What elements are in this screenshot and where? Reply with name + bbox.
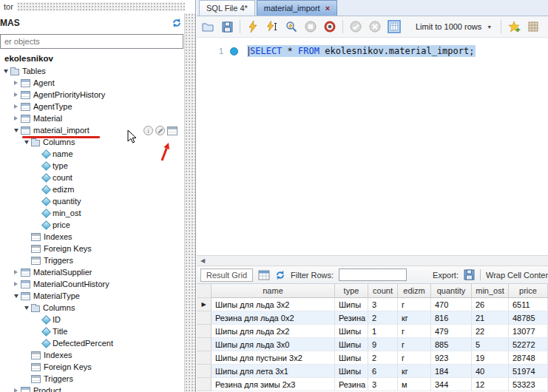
stop-query-button[interactable] — [302, 18, 319, 36]
cell-min-ost[interactable]: 22 — [472, 325, 509, 338]
tree-item-indexes[interactable]: Indexes — [0, 349, 183, 361]
tree-item-triggers[interactable]: Triggers — [0, 254, 183, 266]
tree-item-materialsupplier[interactable]: MaterialSupplier — [0, 266, 183, 278]
cell-edizm[interactable]: м — [398, 378, 431, 391]
column-header-type[interactable]: type — [335, 284, 368, 298]
tree-expanded-arrow-icon[interactable] — [22, 304, 30, 312]
tree-collapsed-arrow-icon[interactable] — [12, 79, 20, 87]
cell-name[interactable]: Резина для зимы 2x3 — [212, 378, 335, 391]
save-script-button[interactable] — [218, 18, 236, 36]
cell-type[interactable]: Шипы — [335, 325, 368, 338]
tree-item-product[interactable]: Product — [0, 385, 183, 392]
row-limit-dropdown[interactable]: Limit to 1000 rows ▼ — [410, 21, 497, 33]
cell-type[interactable]: Шипы — [335, 338, 368, 351]
column-header-count[interactable]: count — [368, 284, 398, 298]
column-header-min-ost[interactable]: min_ost — [472, 284, 509, 298]
cell-name[interactable]: Шипы для лета 3x1 — [212, 365, 335, 378]
cell-min-ost[interactable]: 40 — [472, 365, 509, 378]
execute-query-button[interactable] — [244, 18, 262, 36]
tree-item-type[interactable]: type — [0, 160, 183, 172]
tree-collapsed-arrow-icon[interactable] — [12, 91, 20, 99]
cell-quantity[interactable]: 816 — [431, 311, 472, 325]
tab-material-import[interactable]: material_import× — [257, 0, 337, 16]
tree-item-price[interactable]: price — [0, 219, 183, 231]
schema-filter-input[interactable] — [0, 34, 183, 49]
cell-price[interactable]: 53323 — [509, 378, 548, 391]
tree-item-foreign-keys[interactable]: Foreign Keys — [0, 361, 183, 373]
cell-type[interactable]: Шипы — [335, 365, 368, 378]
tree-item-defectedpercent[interactable]: DefectedPercent — [0, 337, 183, 349]
table-select-rows-grid-icon[interactable] — [167, 126, 177, 135]
tree-item-min-ost[interactable]: min_ost — [0, 207, 183, 219]
row-selector[interactable] — [197, 311, 212, 325]
column-header-name[interactable]: name — [212, 284, 335, 298]
tree-expanded-arrow-icon[interactable] — [22, 138, 30, 146]
cell-edizm[interactable]: г — [398, 325, 431, 338]
stop-on-error-toggle[interactable] — [321, 18, 339, 36]
cell-count[interactable]: 3 — [368, 378, 398, 391]
cell-price[interactable]: 13077 — [509, 325, 548, 338]
tree-item-name[interactable]: name — [0, 148, 183, 160]
editor-horizontal-scrollbar[interactable]: ◀ — [197, 255, 548, 266]
cell-name[interactable]: Резина для льда 0x2 — [212, 311, 335, 325]
cell-count[interactable]: 1 — [368, 325, 398, 338]
tree-item-title[interactable]: Title — [0, 325, 183, 337]
cell-quantity[interactable]: 344 — [431, 378, 472, 391]
cell-quantity[interactable]: 885 — [431, 338, 472, 351]
cell-price[interactable]: 52272 — [509, 338, 548, 351]
tree-item-tables[interactable]: Tables — [0, 65, 183, 77]
cell-price[interactable]: 48785 — [509, 311, 548, 325]
tree-item-materialcounthistory[interactable]: MaterialCountHistory — [0, 278, 183, 290]
open-script-button[interactable] — [199, 18, 217, 36]
tab-sql-file-4[interactable]: SQL File 4* — [199, 0, 255, 16]
table-settings-wrench-icon[interactable] — [155, 126, 165, 135]
cell-count[interactable]: 9 — [368, 338, 398, 351]
tree-item-quantity[interactable]: quantity — [0, 195, 183, 207]
cell-type[interactable]: Шипы — [335, 351, 368, 365]
cell-edizm[interactable]: г — [398, 338, 431, 351]
tree-item-agenttype[interactable]: AgentType — [0, 101, 183, 112]
tree-item-agent[interactable]: Agent — [0, 77, 183, 89]
grid-row[interactable]: Резина для зимы 2x3Резина3м3441253323 — [197, 378, 548, 391]
cell-count[interactable]: 6 — [368, 365, 398, 378]
rollback-button[interactable] — [366, 18, 384, 36]
column-header-quantity[interactable]: quantity — [431, 284, 472, 298]
execute-current-statement-button[interactable] — [263, 18, 281, 36]
cell-min-ost[interactable]: 19 — [472, 351, 509, 365]
current-row-marker[interactable]: ▶ — [197, 298, 212, 311]
cell-name[interactable]: Шипы для льда 3x0 — [212, 338, 335, 351]
cell-price[interactable]: 51974 — [509, 365, 548, 378]
scroll-left-arrow-icon[interactable]: ◀ — [197, 257, 209, 264]
save-snippet-button[interactable] — [505, 18, 523, 36]
cell-quantity[interactable]: 184 — [431, 365, 472, 378]
tree-collapsed-arrow-icon[interactable] — [12, 280, 20, 288]
cell-min-ost[interactable]: 5 — [472, 338, 509, 351]
tree-expanded-arrow-icon[interactable] — [12, 126, 20, 135]
grid-row[interactable]: ▶Шипы для льда 3x2Шипы3г470266511 — [197, 298, 548, 311]
row-selector[interactable] — [197, 365, 212, 378]
row-selector[interactable] — [197, 351, 212, 365]
cell-min-ost[interactable]: 12 — [472, 378, 509, 391]
cell-quantity[interactable]: 479 — [431, 325, 472, 338]
cell-type[interactable]: Резина — [335, 311, 368, 325]
tree-collapsed-arrow-icon[interactable] — [12, 115, 20, 123]
tree-item-agentpriorityhistory[interactable]: AgentPriorityHistory — [0, 89, 183, 101]
grid-row[interactable]: Шипы для лета 3x1Шипы6кг1844051974 — [197, 365, 548, 378]
row-selector[interactable] — [197, 338, 212, 351]
row-selector[interactable] — [197, 325, 212, 338]
cell-edizm[interactable]: г — [398, 351, 431, 365]
refresh-schemas-icon[interactable] — [172, 18, 182, 28]
cell-edizm[interactable]: кг — [398, 311, 431, 325]
tree-item-id[interactable]: ID — [0, 314, 183, 325]
row-selector[interactable] — [197, 378, 212, 391]
cell-count[interactable]: 3 — [368, 298, 398, 311]
grid-row[interactable]: Шипы для пустыни 3x2Шипы2г9231928748 — [197, 351, 548, 365]
sql-editor[interactable]: 1 SELECT * FROM ekolesnikov.material_imp… — [197, 38, 548, 255]
tree-item-materialtype[interactable]: MaterialType — [0, 290, 183, 302]
cell-edizm[interactable]: кг — [398, 365, 431, 378]
column-header-edizm[interactable]: edizm — [398, 284, 431, 298]
tree-item-count[interactable]: count — [0, 172, 183, 183]
explain-query-button[interactable] — [283, 18, 300, 36]
tree-collapsed-arrow-icon[interactable] — [12, 268, 20, 277]
export-results-icon[interactable] — [464, 269, 475, 280]
